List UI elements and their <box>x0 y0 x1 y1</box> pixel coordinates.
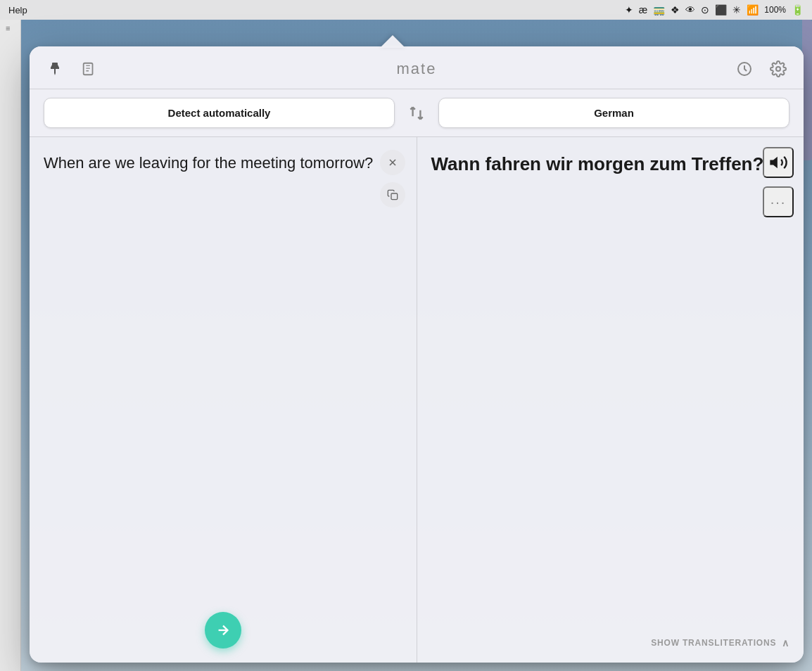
pin-button[interactable] <box>44 58 66 80</box>
eye-icon: 👁 <box>685 4 695 15</box>
app-title: mate <box>397 60 437 78</box>
wifi-icon: 📶 <box>747 4 759 15</box>
header-left-icons <box>44 58 100 80</box>
bluetooth-icon: ✳ <box>732 4 741 15</box>
airplay-icon: ⬛ <box>715 4 727 15</box>
chevron-up-icon: ∧ <box>782 637 789 648</box>
language-bar: Detect automatically German <box>30 89 804 137</box>
right-edge-accent <box>802 20 812 160</box>
gear-icon <box>770 60 787 77</box>
menubar-right: ✦ æ 🚃 ❖ 👁 ⊙ ⬛ ✳ 📶 100% 🔋 <box>625 4 804 15</box>
target-pane: Wann fahren wir morgen zum Treffen? ··· … <box>417 137 804 663</box>
train-icon: 🚃 <box>653 4 665 15</box>
target-actions: ··· <box>763 147 794 217</box>
menubar: Help ✦ æ 🚃 ❖ 👁 ⊙ ⬛ ✳ 📶 100% 🔋 <box>0 0 812 20</box>
settings-button[interactable] <box>767 58 789 80</box>
swap-languages-button[interactable] <box>403 100 430 127</box>
mate-popup: mate Detect automatically <box>30 46 804 663</box>
sidebar-lines: ≡ <box>0 20 20 37</box>
source-text-input[interactable]: When are we leaving for the meeting tomo… <box>44 151 402 620</box>
translate-button[interactable] <box>205 612 241 648</box>
battery-icon: 🔋 <box>792 4 804 15</box>
header-right-icons <box>733 58 789 80</box>
popup-header: mate <box>30 46 804 89</box>
more-options-button[interactable]: ··· <box>763 186 794 217</box>
left-sidebar: ≡ <box>0 20 21 671</box>
copy-button[interactable] <box>380 182 405 207</box>
source-pane: When are we leaving for the meeting tomo… <box>30 137 417 663</box>
copy-icon <box>387 189 398 200</box>
source-language-button[interactable]: Detect automatically <box>44 98 395 128</box>
svg-rect-8 <box>391 193 398 200</box>
battery-percent: 100% <box>764 5 786 15</box>
swap-icon <box>407 104 426 122</box>
svg-point-5 <box>776 67 780 71</box>
camera-icon: ⊙ <box>701 4 709 15</box>
dropbox2-icon: ❖ <box>671 4 680 15</box>
transliterations-label: SHOW TRANSLITERATIONS <box>651 638 776 648</box>
arrow-right-icon <box>215 622 231 638</box>
volume-icon <box>768 153 788 172</box>
svg-rect-0 <box>84 63 93 75</box>
source-actions <box>380 150 405 207</box>
dictionary-button[interactable] <box>77 58 100 80</box>
translated-text: Wann fahren wir morgen zum Treffen? <box>431 151 790 620</box>
history-button[interactable] <box>733 58 756 80</box>
clear-button[interactable] <box>380 150 405 175</box>
translation-area: When are we leaving for the meeting tomo… <box>30 137 804 663</box>
menu-help[interactable]: Help <box>8 5 27 15</box>
show-transliterations-button[interactable]: SHOW TRANSLITERATIONS ∧ <box>651 637 789 648</box>
popup-arrow <box>380 35 405 48</box>
dropbox-icon: ✦ <box>625 4 633 15</box>
pin-icon <box>46 60 63 77</box>
speak-button[interactable] <box>763 147 794 178</box>
target-language-button[interactable]: German <box>438 98 789 128</box>
close-icon <box>387 157 398 168</box>
svg-marker-10 <box>770 157 778 168</box>
ae-icon: æ <box>639 4 647 15</box>
menubar-left: Help <box>8 5 27 15</box>
clock-icon <box>736 60 753 77</box>
book-icon <box>81 61 96 77</box>
